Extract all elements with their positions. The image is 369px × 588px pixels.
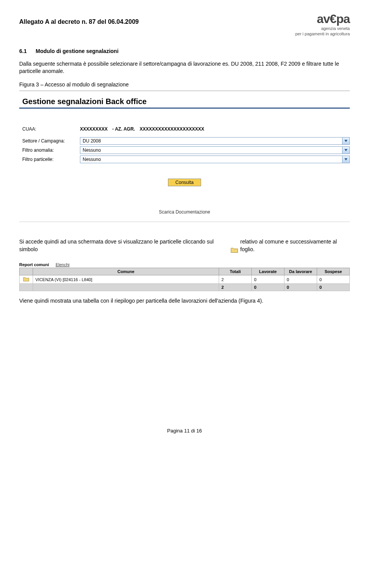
filtro-anomalia-select[interactable]: Nessuno (80, 146, 350, 154)
th-sospese: Sospese (317, 268, 350, 275)
total-sospese: 0 (317, 284, 350, 291)
filtro-particelle-label: Filtro particelle: (19, 157, 80, 162)
cell-da-lavorare: 0 (284, 275, 317, 284)
th-da-lavorare: Da lavorare (284, 268, 317, 275)
th-comune: Comune (33, 268, 219, 275)
filtro-particelle-select[interactable]: Nessuno (80, 156, 350, 163)
th-icon (20, 268, 33, 275)
chevron-down-icon (342, 156, 349, 163)
form-title: Gestione segnalazioni Back office (22, 97, 350, 106)
table-total-row: 2 0 0 0 (20, 284, 350, 291)
cuaa-separator: - AZ. AGR. (112, 126, 135, 132)
paragraph-1: Dalla seguente schermata è possibile sel… (19, 60, 350, 75)
page-number: Pagina 11 di 16 (19, 428, 350, 434)
report-area: Report comuni Elenchi Comune Totali Lavo… (19, 262, 350, 291)
logo-block: av€pa agenzia veneta per i pagamenti in … (295, 12, 350, 36)
settore-value: DU 2008 (83, 138, 101, 144)
folder-icon[interactable] (20, 275, 33, 284)
consulta-button[interactable]: Consulta (168, 179, 201, 186)
report-table: Comune Totali Lavorate Da lavorare Sospe… (19, 268, 350, 291)
form-screenshot: Gestione segnalazioni Back office CUAA: … (19, 91, 350, 222)
tab-report-comuni[interactable]: Report comuni (19, 262, 49, 267)
cuaa-value-area: XXXXXXXXX - AZ. AGR. XXXXXXXXXXXXXXXXXXX… (80, 126, 350, 132)
total-totali: 2 (219, 284, 252, 291)
paragraph-2b: relativo al comune e successivamente al … (240, 238, 350, 253)
total-comune (33, 284, 219, 291)
section-heading: 6.1 Modulo di gestione segnalazioni (19, 48, 350, 54)
folder-icon (231, 247, 238, 253)
filtro-anomalia-value: Nessuno (83, 147, 101, 153)
figure-3-caption: Figura 3 – Accesso al modulo di segnalaz… (19, 81, 350, 88)
cuaa-name: XXXXXXXXXXXXXXXXXXXXX (140, 126, 204, 132)
tab-elenchi[interactable]: Elenchi (56, 262, 70, 267)
cuaa-code: XXXXXXXXX (80, 126, 108, 132)
cell-totali: 2 (219, 275, 252, 284)
settore-select[interactable]: DU 2008 (80, 137, 350, 145)
logo-subtitle-2: per i pagamenti in agricoltura (295, 31, 350, 36)
paragraph-2a: Si accede quindi ad una schermata dove s… (19, 238, 228, 253)
filtro-anomalia-label: Filtro anomalia: (19, 147, 80, 153)
paragraph-3: Viene quindi mostrata una tabella con il… (19, 297, 350, 305)
chevron-down-icon (342, 137, 349, 144)
paragraph-2: Si accede quindi ad una schermata dove s… (19, 238, 350, 253)
total-da-lavorare: 0 (284, 284, 317, 291)
scarica-documentazione-link[interactable]: Scarica Documentazione (159, 209, 210, 215)
th-totali: Totali (219, 268, 252, 275)
section-number: 6.1 (19, 48, 27, 54)
cell-sospese: 0 (317, 275, 350, 284)
cuaa-label: CUAA: (19, 126, 80, 132)
settore-label: Settore / Campagna: (19, 138, 80, 144)
chevron-down-icon (342, 147, 349, 154)
th-lavorate: Lavorate (252, 268, 284, 275)
filtro-particelle-value: Nessuno (83, 157, 101, 162)
logo-subtitle-1: agenzia veneta (295, 26, 350, 31)
logo-text: av€pa (295, 12, 350, 26)
form-title-underline (19, 108, 350, 109)
cell-lavorate: 0 (252, 275, 284, 284)
section-title: Modulo di gestione segnalazioni (36, 48, 118, 54)
document-title: Allegato A al decreto n. 87 del 06.04.20… (19, 18, 139, 25)
total-lavorate: 0 (252, 284, 284, 291)
table-row[interactable]: VICENZA (VI) [024116 - L840] 2 0 0 0 (20, 275, 350, 284)
cell-comune: VICENZA (VI) [024116 - L840] (33, 275, 219, 284)
